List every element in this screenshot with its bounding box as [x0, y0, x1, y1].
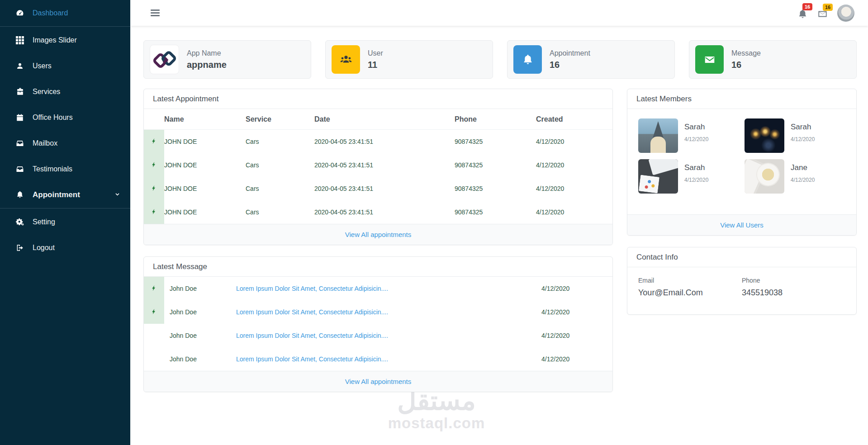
briefcase-icon — [14, 87, 26, 96]
stat-card-value: 11 — [368, 60, 383, 70]
sidebar-item-mailbox[interactable]: Mailbox — [0, 130, 130, 156]
row-highlight-cell — [144, 130, 164, 154]
envelope-icon — [695, 45, 724, 74]
stat-card-value: 16 — [731, 60, 761, 70]
cell-date: 4/12/2020 — [541, 277, 613, 300]
stat-card-text: Appointment16 — [550, 49, 590, 70]
member-name: Jane — [791, 163, 815, 172]
sidebar: DashboardImages SliderUsersServicesOffic… — [0, 0, 130, 445]
main-area: 16 16 App NameappnameUser11Appointment16… — [130, 0, 868, 445]
table-row: JOHN DOECars2020-04-05 23:41:51908743254… — [144, 153, 613, 177]
stat-card-label: Appointment — [550, 49, 590, 57]
cell-date: 4/12/2020 — [541, 300, 613, 324]
sidebar-divider — [0, 26, 130, 27]
panel-footer: View All appointments — [144, 224, 612, 245]
chevron-down-icon — [114, 192, 120, 198]
members-grid: Sarah4/12/2020Sarah4/12/2020Sarah4/12/20… — [627, 109, 856, 214]
cell-phone: 90874325 — [455, 130, 536, 154]
row-highlight-cell — [144, 277, 164, 300]
grid-icon — [14, 36, 26, 44]
sidebar-item-testimonials[interactable]: Testimonials — [0, 156, 130, 182]
envelope-icon — [817, 13, 828, 20]
cell-service: Cars — [246, 177, 314, 200]
panel-footer: View All Users — [627, 214, 856, 235]
app-root: DashboardImages SliderUsersServicesOffic… — [0, 0, 868, 445]
sidebar-item-label: Dashboard — [33, 9, 68, 17]
sidebar-item-appointment[interactable]: Appointment — [0, 182, 130, 208]
message-link[interactable]: Lorem Ipsum Dolor Sit Amet, Consectetur … — [236, 355, 388, 363]
cell-service: Cars — [246, 200, 314, 224]
sidebar-item-users[interactable]: Users — [0, 53, 130, 79]
stat-card-text: Message16 — [731, 49, 761, 70]
member-item: Sarah4/12/2020 — [638, 118, 739, 153]
bell-icon — [513, 45, 542, 74]
message-link[interactable]: Lorem Ipsum Dolor Sit Amet, Consectetur … — [236, 308, 388, 316]
contact-body: Email Your@Email.Com Phone 345519038 — [627, 267, 856, 314]
cell-date: 2020-04-05 23:41:51 — [314, 153, 455, 177]
stat-card-label: Message — [731, 49, 761, 57]
sidebar-item-setting[interactable]: Setting — [0, 209, 130, 235]
sidebar-item-label: Office Hours — [33, 114, 73, 122]
member-item: Jane4/12/2020 — [745, 159, 845, 194]
member-name: Sarah — [791, 123, 815, 132]
user-avatar[interactable] — [837, 5, 854, 22]
phone-label: Phone — [742, 277, 845, 284]
column-header-phone: Phone — [455, 109, 536, 130]
table-row: John DoeLorem Ipsum Dolor Sit Amet, Cons… — [144, 300, 613, 324]
stat-card-message: Message16 — [689, 40, 857, 79]
stat-card-appointment: Appointment16 — [507, 40, 675, 79]
cell-date: 2020-04-05 23:41:51 — [314, 200, 455, 224]
topbar-right: 16 16 — [797, 5, 854, 22]
column-header-date: Date — [314, 109, 455, 130]
view-all-users-link[interactable]: View All Users — [720, 221, 764, 229]
row-highlight-cell — [144, 300, 164, 324]
sidebar-item-images-slider[interactable]: Images Slider — [0, 27, 130, 53]
cell-name: John Doe — [164, 277, 236, 300]
view-all-messages-link[interactable]: View All appointments — [345, 378, 411, 385]
sidebar-item-label: Images Slider — [33, 36, 77, 44]
contact-phone: Phone 345519038 — [742, 277, 845, 298]
cell-date: 2020-04-05 23:41:51 — [314, 177, 455, 200]
bolt-icon — [151, 186, 157, 194]
inbox-icon — [14, 139, 26, 147]
table-header-spacer — [144, 109, 164, 130]
stat-cards-row: App NameappnameUser11Appointment16Messag… — [143, 40, 857, 79]
sidebar-item-dashboard[interactable]: Dashboard — [0, 0, 130, 26]
column-header-created: Created — [536, 109, 613, 130]
user-icon — [14, 62, 26, 70]
sidebar-item-services[interactable]: Services — [0, 79, 130, 104]
bolt-icon — [151, 286, 157, 294]
sidebar-item-logout[interactable]: Logout — [0, 235, 130, 260]
sidebar-item-label: Logout — [33, 244, 55, 252]
message-link[interactable]: Lorem Ipsum Dolor Sit Amet, Consectetur … — [236, 285, 388, 292]
menu-toggle-icon[interactable] — [151, 9, 160, 16]
sidebar-item-office-hours[interactable]: Office Hours — [0, 104, 130, 130]
member-photo — [638, 159, 678, 194]
view-all-appointments-link[interactable]: View All appointments — [345, 231, 411, 238]
cell-created: 4/12/2020 — [536, 130, 613, 154]
phone-value: 345519038 — [742, 288, 845, 298]
member-date: 4/12/2020 — [684, 136, 708, 142]
cell-created: 4/12/2020 — [536, 177, 613, 200]
cell-message: Lorem Ipsum Dolor Sit Amet, Consectetur … — [236, 324, 541, 347]
notifications-bell-button[interactable]: 16 — [797, 5, 808, 21]
stat-card-value: appname — [187, 60, 227, 70]
member-name: Sarah — [684, 123, 708, 132]
content: App NameappnameUser11Appointment16Messag… — [130, 26, 868, 445]
contact-email: Email Your@Email.Com — [638, 277, 742, 298]
cell-date: 4/12/2020 — [541, 324, 613, 347]
panel-title: Latest Appointment — [144, 89, 612, 109]
latest-message-panel: Latest Message John DoeLorem Ipsum Dolor… — [143, 256, 613, 392]
contact-info-panel: Contact Info Email Your@Email.Com Phone … — [627, 247, 857, 315]
message-link[interactable]: Lorem Ipsum Dolor Sit Amet, Consectetur … — [236, 332, 388, 339]
bolt-icon — [151, 210, 157, 217]
table-row: JOHN DOECars2020-04-05 23:41:51908743254… — [144, 200, 613, 224]
stat-card-label: User — [368, 49, 383, 57]
cell-created: 4/12/2020 — [536, 153, 613, 177]
table-row: John DoeLorem Ipsum Dolor Sit Amet, Cons… — [144, 277, 613, 300]
mail-badge: 16 — [823, 4, 833, 11]
panel-title: Latest Message — [144, 257, 612, 277]
messages-envelope-button[interactable]: 16 — [817, 5, 828, 21]
right-column: Latest Members Sarah4/12/2020Sarah4/12/2… — [627, 89, 857, 315]
email-value: Your@Email.Com — [638, 288, 742, 298]
